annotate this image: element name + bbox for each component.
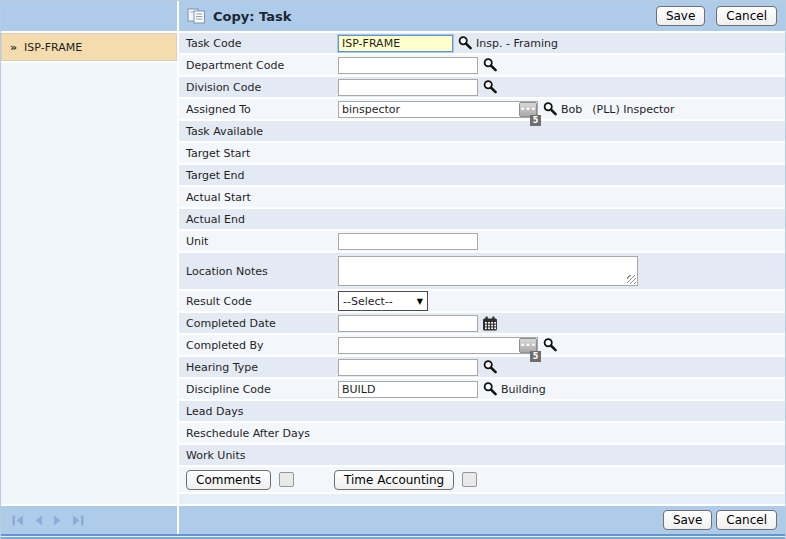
sidebar-item-label: ISP-FRAME <box>24 41 82 54</box>
sidebar-item-isp-frame[interactable]: » ISP-FRAME <box>1 33 177 61</box>
selected-marker-icon: » <box>10 41 17 54</box>
department-code-row: Department Code <box>179 55 785 77</box>
form-footer-spacer <box>179 494 785 504</box>
previous-page-icon[interactable] <box>31 514 45 527</box>
actual-end-label: Actual End <box>186 213 338 226</box>
completed-by-label: Completed By <box>186 339 338 352</box>
time-accounting-button[interactable]: Time Accounting <box>334 470 454 490</box>
discipline-code-input[interactable] <box>338 381 478 398</box>
assigned-to-search-icon[interactable] <box>542 101 558 117</box>
completed-date-label: Completed Date <box>186 317 338 330</box>
assigned-to-row: Assigned To ••• 5 Bob (PLL) Inspector <box>179 99 785 121</box>
copy-icon <box>187 8 206 24</box>
target-start-label: Target Start <box>186 147 338 160</box>
calendar-icon[interactable] <box>482 316 498 331</box>
discipline-code-description: Building <box>501 383 546 396</box>
completed-by-row: Completed By ••• 5 <box>179 335 785 357</box>
form-buttons-row: Comments Time Accounting <box>179 467 785 494</box>
hearing-type-row: Hearing Type <box>179 357 785 379</box>
task-code-search-icon[interactable] <box>457 35 473 51</box>
reschedule-after-days-label: Reschedule After Days <box>186 427 338 440</box>
result-code-selected-option: --Select-- <box>343 295 393 308</box>
task-code-row: Task Code Insp. - Framing <box>179 33 785 55</box>
time-accounting-checkbox[interactable] <box>462 472 477 487</box>
discipline-code-search-icon[interactable] <box>482 381 498 397</box>
location-notes-label: Location Notes <box>186 265 338 278</box>
target-end-row: Target End <box>179 165 785 187</box>
department-code-search-icon[interactable] <box>482 57 498 73</box>
task-code-input[interactable] <box>338 35 453 52</box>
window-bottom-edge <box>1 534 785 539</box>
task-code-description: Insp. - Framing <box>476 37 558 50</box>
target-end-label: Target End <box>186 169 338 182</box>
completed-date-row: Completed Date <box>179 313 785 335</box>
actual-start-label: Actual Start <box>186 191 338 204</box>
copy-task-window: » ISP-FRAME <box>0 0 786 539</box>
hearing-type-input[interactable] <box>338 359 478 376</box>
sidebar: » ISP-FRAME <box>1 1 177 534</box>
assigned-to-count-badge: 5 <box>530 115 541 126</box>
task-available-label: Task Available <box>186 125 338 138</box>
footer-bar: Save Cancel <box>179 506 785 534</box>
lead-days-label: Lead Days <box>186 405 338 418</box>
task-available-row: Task Available <box>179 121 785 143</box>
work-units-label: Work Units <box>186 449 338 462</box>
last-page-icon[interactable] <box>71 514 85 527</box>
assigned-to-name: Bob <box>561 103 582 116</box>
unit-label: Unit <box>186 235 338 248</box>
sidebar-body <box>1 63 177 504</box>
next-page-icon[interactable] <box>51 514 65 527</box>
discipline-code-label: Discipline Code <box>186 383 338 396</box>
department-code-input[interactable] <box>338 57 478 74</box>
comments-checkbox[interactable] <box>279 472 294 487</box>
division-code-row: Division Code <box>179 77 785 99</box>
cancel-button-bottom[interactable]: Cancel <box>716 510 777 530</box>
cancel-button-top[interactable]: Cancel <box>716 6 777 26</box>
division-code-label: Division Code <box>186 81 338 94</box>
first-page-icon[interactable] <box>11 514 25 527</box>
division-code-search-icon[interactable] <box>482 79 498 95</box>
main-panel: Copy: Task Save Cancel Task Code Insp. -… <box>179 1 785 534</box>
reschedule-after-days-row: Reschedule After Days <box>179 423 785 445</box>
completed-by-count-badge: 5 <box>530 351 541 362</box>
save-button-top[interactable]: Save <box>656 6 705 26</box>
target-start-row: Target Start <box>179 143 785 165</box>
assigned-to-input[interactable] <box>338 101 538 118</box>
division-code-input[interactable] <box>338 79 478 96</box>
assigned-to-label: Assigned To <box>186 103 338 116</box>
task-code-label: Task Code <box>186 37 338 50</box>
lead-days-row: Lead Days <box>179 401 785 423</box>
actual-end-row: Actual End <box>179 209 785 231</box>
department-code-label: Department Code <box>186 59 338 72</box>
page-header: Copy: Task Save Cancel <box>179 1 785 31</box>
completed-by-search-icon[interactable] <box>542 337 558 353</box>
discipline-code-row: Discipline Code Building <box>179 379 785 401</box>
actual-start-row: Actual Start <box>179 187 785 209</box>
dropdown-arrow-icon: ▼ <box>417 297 423 306</box>
work-units-row: Work Units <box>179 445 785 467</box>
save-button-bottom[interactable]: Save <box>663 510 712 530</box>
result-code-select[interactable]: --Select-- ▼ <box>338 291 428 311</box>
unit-input[interactable] <box>338 233 478 250</box>
completed-by-input[interactable] <box>338 337 538 354</box>
page-title: Copy: Task <box>213 9 291 24</box>
unit-row: Unit <box>179 231 785 253</box>
completed-date-input[interactable] <box>338 315 478 332</box>
result-code-label: Result Code <box>186 295 338 308</box>
hearing-type-label: Hearing Type <box>186 361 338 374</box>
comments-button[interactable]: Comments <box>186 470 271 490</box>
task-form: Task Code Insp. - Framing Department Cod… <box>179 33 785 494</box>
hearing-type-search-icon[interactable] <box>482 359 498 375</box>
sidebar-header-bar <box>1 1 177 31</box>
location-notes-textarea[interactable] <box>338 256 638 286</box>
result-code-row: Result Code --Select-- ▼ <box>179 291 785 313</box>
location-notes-row: Location Notes <box>179 253 785 291</box>
pagination-bar <box>1 506 177 534</box>
assigned-to-detail: (PLL) Inspector <box>592 103 674 116</box>
